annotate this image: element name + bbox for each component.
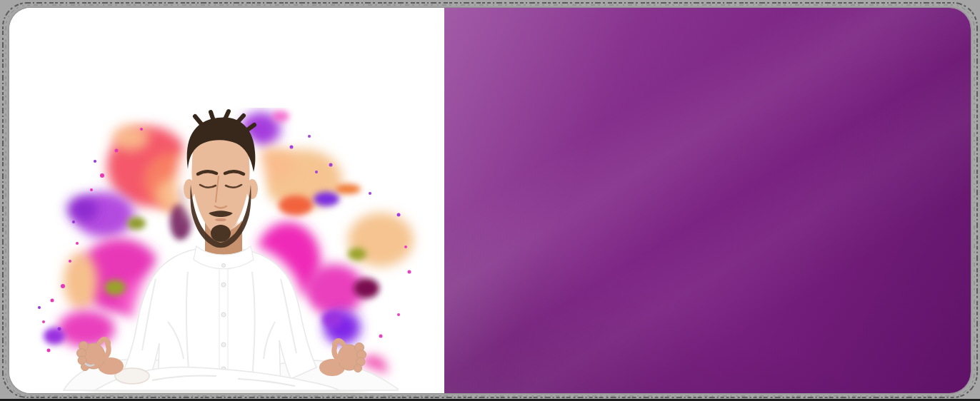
ear-left: [184, 179, 195, 199]
lips: [215, 218, 226, 221]
purple-gradient-panel: [444, 8, 971, 393]
ear-right: [246, 179, 258, 199]
meditating-man-illustration: [9, 108, 444, 393]
banner-card: [9, 8, 971, 393]
page-background: [0, 0, 980, 401]
head: [184, 111, 258, 248]
photo-panel: [9, 8, 444, 393]
